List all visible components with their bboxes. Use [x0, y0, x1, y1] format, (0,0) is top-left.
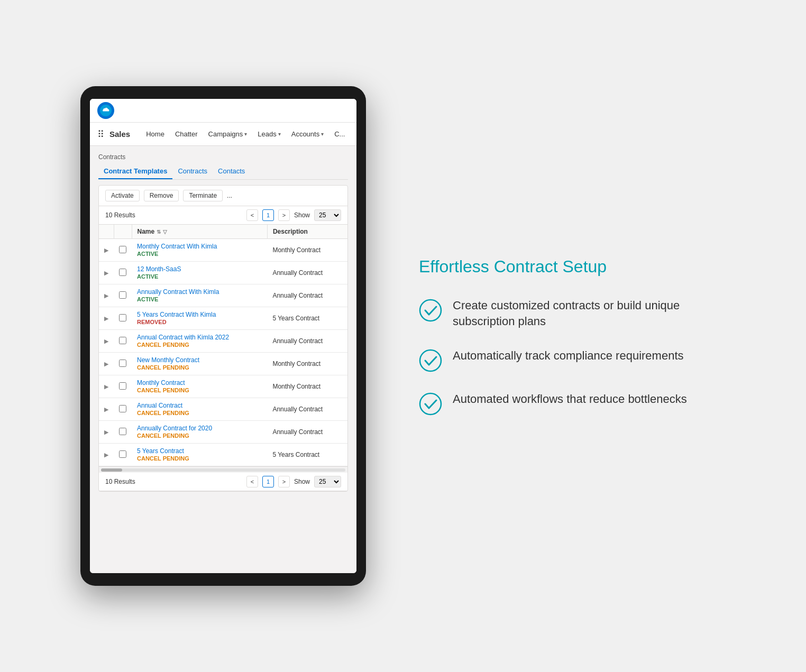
checkbox-cell[interactable]	[114, 284, 132, 307]
description-text: 5 Years Contract	[272, 451, 319, 458]
checkbox-cell[interactable]	[114, 444, 132, 466]
row-checkbox[interactable]	[119, 291, 126, 299]
nav-home[interactable]: Home	[141, 123, 170, 146]
row-checkbox[interactable]	[119, 428, 126, 435]
nav-accounts[interactable]: Accounts ▾	[286, 123, 329, 146]
status-badge: CANCEL PENDING	[137, 386, 189, 394]
checkbox-cell[interactable]	[114, 262, 132, 284]
more-options[interactable]: ...	[227, 192, 232, 199]
filter-icon[interactable]: ▽	[163, 229, 167, 235]
row-checkbox[interactable]	[119, 246, 126, 253]
feature-text-0: Create customized contracts or build uni…	[453, 298, 715, 329]
name-cell: New Monthly ContractCANCEL PENDING	[132, 353, 267, 375]
row-checkbox[interactable]	[119, 314, 126, 321]
expand-cell[interactable]: ▶	[99, 398, 114, 421]
current-page-bottom[interactable]: 1	[262, 476, 274, 487]
sort-icon[interactable]: ⇅	[157, 229, 161, 235]
checkbox-cell[interactable]	[114, 375, 132, 398]
row-checkbox[interactable]	[119, 450, 126, 458]
name-cell: 12 Month-SaaSACTIVE	[132, 262, 267, 284]
name-cell: Monthly Contract With KimlaACTIVE	[132, 239, 267, 262]
table-row: ▶Monthly Contract With KimlaACTIVEMonthl…	[99, 239, 347, 262]
contract-name-link[interactable]: Annually Contract With Kimla	[137, 288, 219, 296]
expand-cell[interactable]: ▶	[99, 239, 114, 262]
results-count-top: 10 Results	[105, 211, 135, 219]
name-cell: Monthly ContractCANCEL PENDING	[132, 375, 267, 398]
prev-page-top[interactable]: <	[246, 209, 258, 221]
expand-cell[interactable]: ▶	[99, 421, 114, 444]
table-row: ▶Annually Contract for 2020CANCEL PENDIN…	[99, 421, 347, 444]
nav-chatter[interactable]: Chatter	[170, 123, 203, 146]
row-checkbox[interactable]	[119, 269, 126, 276]
description-text: Annually Contract	[272, 406, 323, 413]
description-text: 5 Years Contract	[272, 315, 319, 322]
checkbox-cell[interactable]	[114, 353, 132, 375]
svg-point-1	[420, 300, 441, 321]
contract-name-link[interactable]: New Monthly Contract	[137, 356, 199, 364]
show-select-bottom[interactable]: 25 50 100	[314, 476, 341, 487]
contract-name-link[interactable]: 12 Month-SaaS	[137, 265, 181, 273]
sf-content: Contracts Contract Templates Contracts C…	[90, 146, 356, 573]
table-row: ▶Annual Contract with Kimla 2022CANCEL P…	[99, 330, 347, 353]
checkbox-cell[interactable]	[114, 421, 132, 444]
tab-contract-templates[interactable]: Contract Templates	[98, 164, 172, 179]
col-expand	[99, 225, 114, 239]
name-cell: Annual ContractCANCEL PENDING	[132, 398, 267, 421]
contract-name-link[interactable]: Monthly Contract	[137, 379, 185, 386]
row-checkbox[interactable]	[119, 382, 126, 390]
contract-name-link[interactable]: 5 Years Contract With Kimla	[137, 311, 216, 318]
expand-cell[interactable]: ▶	[99, 262, 114, 284]
nav-more[interactable]: C...	[329, 123, 350, 146]
contract-name-link[interactable]: Monthly Contract With Kimla	[137, 243, 217, 250]
description-cell: 5 Years Contract	[267, 307, 347, 330]
status-badge: CANCEL PENDING	[137, 454, 189, 463]
checkbox-cell[interactable]	[114, 239, 132, 262]
col-name: Name ⇅ ▽	[132, 225, 267, 239]
contracts-table: Name ⇅ ▽ Description ▶Monthly Contract W…	[99, 225, 347, 466]
row-checkbox[interactable]	[119, 337, 126, 344]
checkbox-cell[interactable]	[114, 398, 132, 421]
next-page-bottom[interactable]: >	[278, 476, 290, 487]
nav-leads[interactable]: Leads ▾	[252, 123, 286, 146]
row-checkbox[interactable]	[119, 360, 126, 367]
contract-name-link[interactable]: Annually Contract for 2020	[137, 425, 212, 432]
tablet-device: ⠿ Sales Home Chatter Campaigns ▾ Leads ▾	[80, 86, 366, 586]
current-page-top[interactable]: 1	[262, 209, 274, 221]
prev-page-bottom[interactable]: <	[246, 476, 258, 487]
show-select-top[interactable]: 25 50 100	[314, 209, 341, 221]
expand-cell[interactable]: ▶	[99, 375, 114, 398]
description-text: Monthly Contract	[272, 383, 320, 390]
contract-name-link[interactable]: 5 Years Contract	[137, 447, 184, 455]
tab-contacts[interactable]: Contacts	[213, 164, 250, 179]
row-checkbox[interactable]	[119, 405, 126, 412]
checkmark-icon-2	[419, 392, 442, 416]
next-page-top[interactable]: >	[278, 209, 290, 221]
checkbox-cell[interactable]	[114, 330, 132, 353]
results-count-bottom: 10 Results	[105, 478, 135, 485]
terminate-button[interactable]: Terminate	[183, 190, 223, 201]
table-toolbar: Activate Remove Terminate ...	[99, 186, 347, 206]
name-cell: Annually Contract With KimlaACTIVE	[132, 284, 267, 307]
feature-item-2: Automated workflows that reduce bottlene…	[419, 391, 715, 416]
activate-button[interactable]: Activate	[105, 190, 140, 201]
expand-cell[interactable]: ▶	[99, 284, 114, 307]
checkbox-cell[interactable]	[114, 307, 132, 330]
show-label-top: Show	[294, 211, 310, 219]
table-container: Activate Remove Terminate ... 10 Results…	[98, 185, 348, 492]
nav-campaigns[interactable]: Campaigns ▾	[203, 123, 253, 146]
description-text: Annually Contract	[272, 337, 323, 345]
expand-cell[interactable]: ▶	[99, 307, 114, 330]
expand-cell[interactable]: ▶	[99, 444, 114, 466]
remove-button[interactable]: Remove	[144, 190, 179, 201]
grid-icon[interactable]: ⠿	[97, 128, 104, 140]
col-checkbox	[114, 225, 132, 239]
svg-point-2	[420, 350, 441, 371]
horizontal-scrollbar[interactable]	[99, 466, 347, 473]
name-header-label: Name	[138, 228, 155, 235]
description-cell: Annually Contract	[267, 421, 347, 444]
contract-name-link[interactable]: Annual Contract	[137, 402, 182, 409]
expand-cell[interactable]: ▶	[99, 330, 114, 353]
tab-contracts[interactable]: Contracts	[172, 164, 213, 179]
contract-name-link[interactable]: Annual Contract with Kimla 2022	[137, 334, 229, 341]
expand-cell[interactable]: ▶	[99, 353, 114, 375]
